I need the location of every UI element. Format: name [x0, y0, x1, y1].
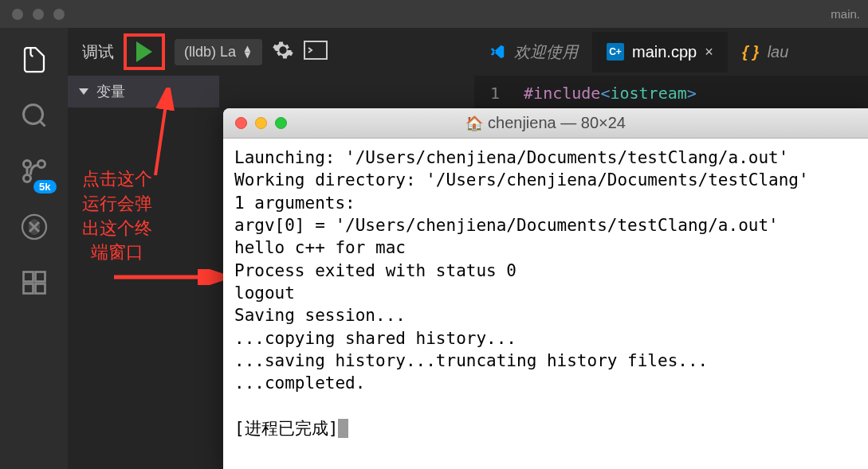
debug-config-selector[interactable]: (lldb) La ▲▼ [175, 39, 262, 65]
debug-label: 调试 [82, 41, 114, 63]
tab-launch[interactable]: { } lau [728, 32, 803, 72]
config-name: (lldb) La [184, 44, 236, 61]
scm-badge: 5k [33, 180, 56, 193]
vscode-titlebar: main. [0, 0, 868, 28]
terminal-cursor [338, 419, 348, 438]
terminal-line: logout [234, 283, 295, 303]
cpp-icon: C+ [607, 43, 624, 61]
svg-point-3 [23, 175, 30, 182]
terminal-close-button[interactable] [235, 117, 247, 129]
close-window-button[interactable] [12, 9, 23, 20]
svg-rect-9 [23, 284, 33, 294]
tab-main-label: main.cpp [632, 43, 697, 61]
json-icon: { } [742, 43, 760, 61]
terminal-title: 🏠 chenjiena — 80×24 [465, 114, 626, 132]
home-icon: 🏠 [465, 115, 483, 132]
terminal-line: Process exited with status 0 [234, 261, 516, 280]
svg-point-4 [23, 161, 30, 168]
terminal-window: 🏠 chenjiena — 80×24 Launching: '/Users/c… [223, 108, 868, 469]
terminal-line: hello c++ for mac [234, 238, 406, 257]
terminal-line: Launching: '/Users/chenjiena/Documents/t… [234, 148, 788, 167]
svg-rect-11 [304, 41, 327, 59]
selector-arrows-icon: ▲▼ [242, 45, 253, 58]
extensions-icon[interactable] [18, 267, 50, 299]
debug-icon[interactable] [18, 211, 50, 243]
terminal-line: argv[0] = '/Users/chenjiena/Documents/te… [234, 216, 779, 235]
terminal-window-controls [235, 117, 287, 129]
search-icon[interactable] [18, 100, 50, 131]
play-button-highlight [124, 33, 165, 70]
svg-point-6 [29, 220, 39, 234]
editor-tabs: 欢迎使用 C+ main.cpp × { } lau [474, 28, 868, 76]
terminal-line: Working directory: '/Users/chenjiena/Doc… [234, 170, 809, 190]
terminal-titlebar[interactable]: 🏠 chenjiena — 80×24 [223, 108, 868, 139]
start-debug-button[interactable] [136, 41, 152, 62]
debug-console-icon[interactable] [304, 41, 328, 63]
gear-icon[interactable] [272, 39, 294, 64]
code-editor[interactable]: 1 #include<iostream> [474, 76, 868, 111]
variables-label: 变量 [96, 82, 125, 101]
minimize-window-button[interactable] [33, 9, 44, 20]
explorer-icon[interactable] [18, 44, 50, 76]
svg-rect-8 [35, 272, 45, 282]
caret-down-icon [79, 88, 88, 95]
svg-point-2 [37, 161, 45, 168]
window-title: main. [831, 7, 860, 21]
close-tab-icon[interactable]: × [705, 44, 713, 61]
terminal-minimize-button[interactable] [255, 117, 267, 129]
terminal-line: Saving session... [234, 306, 406, 325]
terminal-line: [进程已完成] [234, 419, 338, 438]
terminal-line: ...saving history...truncating history f… [234, 351, 708, 370]
tab-launch-label: lau [768, 43, 789, 61]
variables-section-header[interactable]: 变量 [68, 76, 219, 107]
terminal-line: ...copying shared history... [234, 329, 516, 348]
activity-bar: 5k [0, 28, 68, 469]
terminal-maximize-button[interactable] [275, 117, 287, 129]
svg-point-0 [23, 105, 42, 124]
terminal-line: 1 arguments: [234, 193, 355, 213]
svg-line-1 [39, 121, 45, 127]
tab-main[interactable]: C+ main.cpp × [592, 32, 728, 72]
terminal-content[interactable]: Launching: '/Users/chenjiena/Documents/t… [223, 139, 868, 469]
window-controls [12, 9, 65, 20]
vscode-icon [489, 43, 506, 61]
svg-rect-7 [23, 272, 33, 282]
line-number: 1 [490, 84, 500, 103]
terminal-line: ...completed. [234, 373, 365, 393]
maximize-window-button[interactable] [53, 9, 65, 20]
source-control-icon[interactable]: 5k [18, 155, 50, 187]
tab-welcome[interactable]: 欢迎使用 [474, 30, 592, 74]
code-line: #include<iostream> [524, 84, 697, 103]
tab-welcome-label: 欢迎使用 [514, 41, 578, 63]
svg-rect-10 [35, 284, 45, 294]
